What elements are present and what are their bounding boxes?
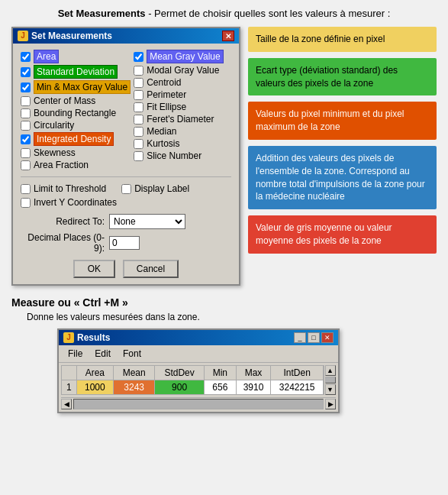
checkbox-intdensity-label: Integrated Density: [34, 132, 114, 146]
info-box-minmax-text: Valeurs du pixel minimum et du pixel max…: [256, 108, 404, 132]
checkbox-fitellipse-input[interactable]: [134, 102, 143, 112]
bottom-section: Measure ou « Ctrl +M » Donne les valeurs…: [11, 296, 437, 413]
dialog-title: Set Measurements: [31, 31, 112, 41]
cell-min: 656: [204, 380, 236, 395]
checkbox-centroid: Centroid: [134, 77, 231, 88]
checkbox-meangray: Mean Gray Value: [134, 50, 231, 63]
bottom-controls: Limit to Threshold Display Label Invert …: [21, 176, 231, 278]
results-titlebar-left: J Results: [63, 332, 110, 343]
dialog-body: Area Standard Deviation Min & Max Gray V…: [13, 44, 239, 284]
set-measurements-dialog: J Set Measurements ✕ Area Standard Devia…: [11, 27, 240, 286]
col-header-min: Min: [204, 366, 236, 380]
results-close-button[interactable]: ✕: [321, 332, 334, 343]
results-minimize-button[interactable]: _: [294, 332, 306, 343]
checkbox-modalgray-input[interactable]: [134, 66, 143, 76]
dialog-titlebar: J Set Measurements ✕: [13, 28, 239, 44]
checkbox-ferets: Feret's Diameter: [134, 114, 231, 125]
scroll-up-arrow[interactable]: ▲: [325, 365, 336, 376]
ok-button[interactable]: OK: [73, 260, 115, 278]
checkbox-fitellipse-label: Fit Ellipse: [147, 102, 186, 112]
info-box-minmax: Valeurs du pixel minimum et du pixel max…: [248, 102, 437, 140]
redirect-label: Redirect To:: [21, 216, 105, 227]
dialog-close-button[interactable]: ✕: [222, 31, 234, 41]
checkbox-area-input[interactable]: [21, 52, 31, 62]
checkbox-circularity-input[interactable]: [21, 121, 31, 131]
scroll-h-track[interactable]: [73, 399, 324, 409]
col-header-intden: IntDen: [271, 366, 324, 380]
dialog-icon: J: [18, 31, 28, 41]
info-box-meangray-text: Valeur de gris moyenne ou valeur moyenne…: [256, 222, 392, 246]
checkbox-median-input[interactable]: [134, 127, 143, 137]
results-title: Results: [77, 332, 110, 343]
checkbox-fitellipse: Fit Ellipse: [134, 102, 231, 112]
checkbox-meangray-input[interactable]: [134, 52, 143, 62]
results-scrollbar-vertical: ▲ ▼: [324, 365, 336, 395]
checkbox-invertY-label: Invert Y Coordinates: [34, 197, 117, 208]
cancel-button[interactable]: Cancel: [123, 260, 179, 278]
checkbox-areafraction: Area Fraction: [21, 160, 131, 170]
checkbox-minmax-label: Min & Max Gray Value: [34, 80, 131, 94]
checkbox-modalgray-label: Modal Gray Value: [147, 65, 219, 76]
checkbox-perimeter-label: Perimeter: [147, 89, 186, 100]
checkbox-median-label: Median: [147, 126, 176, 137]
checkbox-ferets-input[interactable]: [134, 115, 143, 125]
checkbox-kurtosis-input[interactable]: [134, 139, 143, 149]
scroll-thumb[interactable]: [325, 377, 336, 383]
col-header-mean: Mean: [114, 366, 155, 380]
measure-desc: Donne les valeurs mesurées dans la zone.: [27, 312, 437, 322]
checkbox-stddev: Standard Deviation: [21, 65, 131, 79]
checkbox-displaylabel-input[interactable]: [121, 184, 131, 194]
col-header-max: Max: [236, 366, 271, 380]
checkbox-kurtosis-label: Kurtosis: [147, 138, 179, 149]
checkbox-slicenumber-input[interactable]: [134, 151, 143, 161]
col-header-num: [62, 366, 77, 380]
checkbox-skewness-label: Skewness: [34, 147, 76, 158]
checkbox-limittothreshold-input[interactable]: [21, 184, 31, 194]
results-win-buttons: _ □ ✕: [294, 332, 334, 343]
checkbox-center-input[interactable]: [21, 96, 31, 106]
results-maximize-button[interactable]: □: [308, 332, 320, 343]
menu-font[interactable]: Font: [117, 347, 147, 361]
checkbox-modalgray: Modal Gray Value: [134, 65, 231, 76]
checkbox-displaylabel-label: Display Label: [134, 183, 189, 194]
redirect-row: Redirect To: None: [21, 214, 231, 229]
checkbox-limittothreshold: Limit to Threshold: [21, 183, 106, 194]
checkbox-slicenumber: Slice Number: [134, 150, 231, 161]
results-scrollbar-horizontal: ◀ ▶: [61, 397, 336, 409]
info-box-stddev: Ecart type (déviation standard) des vale…: [248, 58, 437, 96]
decimal-row: Decimal Places (0-9):: [21, 232, 231, 254]
scroll-left-arrow[interactable]: ◀: [61, 399, 72, 409]
menu-edit[interactable]: Edit: [89, 347, 117, 361]
checkbox-bounding-input[interactable]: [21, 108, 31, 118]
checkbox-minmax: Min & Max Gray Value: [21, 80, 131, 94]
checkbox-minmax-input[interactable]: [21, 82, 31, 92]
checkbox-limittothreshold-label: Limit to Threshold: [34, 183, 106, 194]
checkbox-displaylabel: Display Label: [121, 183, 189, 194]
checkbox-skewness-input[interactable]: [21, 148, 31, 158]
menu-file[interactable]: File: [62, 347, 89, 361]
scroll-right-arrow[interactable]: ▶: [325, 399, 336, 409]
checkbox-centroid-input[interactable]: [134, 78, 143, 88]
redirect-select[interactable]: None: [109, 214, 185, 229]
btn-row: OK Cancel: [21, 260, 231, 278]
bottom-checkbox-row1: Limit to Threshold Display Label: [21, 183, 231, 194]
decimal-input[interactable]: [109, 236, 140, 250]
checkbox-grid: Area Standard Deviation Min & Max Gray V…: [21, 50, 231, 170]
cell-max: 3910: [236, 380, 271, 395]
checkbox-invertY: Invert Y Coordinates: [21, 197, 231, 208]
cell-rownum: 1: [62, 380, 77, 395]
scroll-down-arrow[interactable]: ▼: [325, 384, 336, 395]
checkbox-stddev-input[interactable]: [21, 67, 31, 77]
results-menubar: File Edit Font: [59, 345, 338, 363]
checkbox-intdensity-input[interactable]: [21, 134, 31, 144]
measure-title: Measure ou « Ctrl +M »: [11, 296, 437, 309]
checkbox-median: Median: [134, 126, 231, 137]
checkbox-perimeter-input[interactable]: [134, 90, 143, 100]
checkbox-circularity-label: Circularity: [34, 120, 74, 131]
checkbox-circularity: Circularity: [21, 120, 131, 131]
checkbox-invertY-input[interactable]: [21, 198, 31, 208]
decimal-label: Decimal Places (0-9):: [21, 232, 105, 254]
results-dialog-icon: J: [63, 332, 74, 343]
checkbox-bounding-label: Bounding Rectangle: [34, 108, 116, 118]
checkbox-areafraction-input[interactable]: [21, 160, 31, 170]
